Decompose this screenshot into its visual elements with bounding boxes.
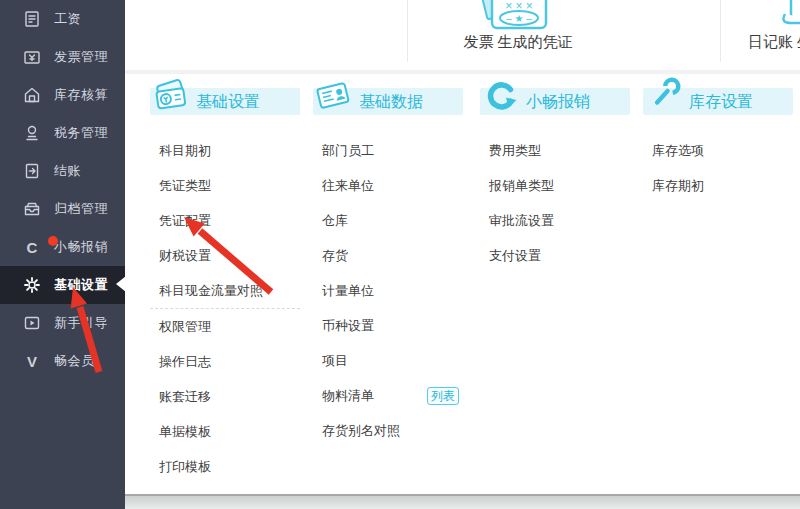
sidebar-item-label: 工资 xyxy=(54,10,81,28)
sidebar-item-tax-mgmt[interactable]: 税务管理 xyxy=(0,114,125,152)
menu-item-list: 科目期初 凭证类型 凭证配置 财税设置 科目现金流量对照 权限管理 操作日志 账… xyxy=(150,133,300,484)
sidebar-item-label: 税务管理 xyxy=(54,124,108,142)
sidebar-item-beginner-guide[interactable]: 新手引导 xyxy=(0,304,125,342)
menu-column-reimburse: 小畅报销 费用类型 报销单类型 审批流设置 支付设置 xyxy=(480,88,630,115)
sidebar-item-label: 基础设置 xyxy=(54,276,108,294)
salary-doc-icon xyxy=(22,10,42,28)
menu-item[interactable]: 科目期初 xyxy=(150,133,300,168)
menu-column-basic-data: 基础数据 部门员工 往来单位 仓库 存货 计量单位 币种设置 项目 物料清单 列… xyxy=(313,88,463,115)
menu-item-list: 库存选项 库存期初 xyxy=(643,133,793,203)
sidebar-item-salary[interactable]: 工资 xyxy=(0,0,125,38)
card-label: 日记账 生成的凭证 xyxy=(748,33,800,52)
menu-item[interactable]: 操作日志 xyxy=(150,344,300,379)
menu-item[interactable]: 单据模板 xyxy=(150,414,300,449)
sidebar-item-label: 小畅报销 xyxy=(54,238,108,256)
menu-item[interactable]: 费用类型 xyxy=(480,133,630,168)
sidebar-item-label: 结账 xyxy=(54,162,81,180)
card-invoice-voucher[interactable]: × × × – ★ – 发票 生成的凭证 xyxy=(407,0,629,52)
menu-item[interactable]: 凭证类型 xyxy=(150,168,300,203)
column-header-label: 基础数据 xyxy=(359,88,423,115)
journal-voucher-icon xyxy=(775,0,800,30)
column-header: 基础设置 xyxy=(150,88,300,115)
reimburse-c-icon: C xyxy=(22,238,42,256)
sidebar-item-label: 发票管理 xyxy=(54,48,108,66)
column-header-label: 小畅报销 xyxy=(526,88,590,115)
cards-row: × × × – ★ – 发票 生成的凭证 日记账 生成的凭证 xyxy=(125,0,800,71)
warehouse-icon xyxy=(22,86,42,104)
menu-item-voucher-config[interactable]: 凭证配置 xyxy=(150,203,300,238)
menu-item[interactable]: 支付设置 xyxy=(480,238,630,273)
sidebar-item-inventory-accounting[interactable]: 库存核算 xyxy=(0,76,125,114)
sidebar-item-member[interactable]: V 畅会员 xyxy=(0,342,125,380)
menu-item[interactable]: 财税设置 xyxy=(150,238,300,273)
menu-item[interactable]: 科目现金流量对照 xyxy=(150,273,300,308)
menu-item-bom[interactable]: 物料清单 列表 xyxy=(313,378,463,413)
notification-dot xyxy=(48,236,58,246)
gear-icon xyxy=(22,276,42,294)
column-header: 基础数据 xyxy=(313,88,463,115)
card-journal-voucher[interactable]: 日记账 生成的凭证 xyxy=(720,0,800,52)
sidebar-item-archive-mgmt[interactable]: 归档管理 xyxy=(0,190,125,228)
menu-item-list: 部门员工 往来单位 仓库 存货 计量单位 币种设置 项目 物料清单 列表 存货别… xyxy=(313,133,463,448)
invoice-voucher-icon: × × × – ★ – xyxy=(476,0,560,30)
sidebar-item-closing[interactable]: 结账 xyxy=(0,152,125,190)
closing-account-icon xyxy=(22,162,42,180)
mega-menu-panel: 基础设置 科目期初 凭证类型 凭证配置 财税设置 科目现金流量对照 权限管理 操… xyxy=(125,70,800,494)
column-header-label: 库存设置 xyxy=(689,88,753,115)
app-root: { "sidebar": { "items": [ {"label":"工资",… xyxy=(0,0,800,509)
sidebar-item-label: 归档管理 xyxy=(54,200,108,218)
sidebar-item-label: 畅会员 xyxy=(54,352,95,370)
column-header: 库存设置 xyxy=(643,88,793,115)
menu-item[interactable]: 计量单位 xyxy=(313,273,463,308)
menu-item[interactable]: 仓库 xyxy=(313,203,463,238)
sidebar-item-reimburse[interactable]: C 小畅报销 xyxy=(0,228,125,266)
invoice-icon xyxy=(22,48,42,66)
menu-item[interactable]: 打印模板 xyxy=(150,449,300,484)
svg-text:– ★ –: – ★ – xyxy=(506,13,532,24)
sidebar-item-basic-settings[interactable]: 基础设置 xyxy=(0,266,125,304)
menu-column-basic-settings: 基础设置 科目期初 凭证类型 凭证配置 财税设置 科目现金流量对照 权限管理 操… xyxy=(150,88,300,115)
menu-item[interactable]: 币种设置 xyxy=(313,308,463,343)
menu-column-inventory-settings: 库存设置 库存选项 库存期初 xyxy=(643,88,793,115)
reimburse-circle-icon xyxy=(480,76,520,116)
menu-item[interactable]: 审批流设置 xyxy=(480,203,630,238)
card-label: 发票 生成的凭证 xyxy=(463,33,572,52)
menu-item[interactable]: 存货 xyxy=(313,238,463,273)
sidebar-item-label: 新手引导 xyxy=(54,314,108,332)
menu-item[interactable]: 往来单位 xyxy=(313,168,463,203)
settings-card-icon xyxy=(150,76,190,116)
member-v-icon: V xyxy=(22,352,42,370)
menu-item[interactable]: 部门员工 xyxy=(313,133,463,168)
column-header-label: 基础设置 xyxy=(196,88,260,115)
list-badge[interactable]: 列表 xyxy=(427,387,459,405)
menu-item-list: 费用类型 报销单类型 审批流设置 支付设置 xyxy=(480,133,630,273)
sidebar-item-label: 库存核算 xyxy=(54,86,108,104)
menu-item[interactable]: 账套迁移 xyxy=(150,379,300,414)
column-header: 小畅报销 xyxy=(480,88,630,115)
archive-box-icon xyxy=(22,200,42,218)
data-card-icon xyxy=(313,76,353,116)
panel-top-gap xyxy=(125,70,800,74)
tax-stamp-icon xyxy=(22,124,42,142)
menu-item[interactable]: 库存选项 xyxy=(643,133,793,168)
sidebar: 工资 发票管理 库存核算 税务管理 结账 归档管理 C 小畅报销 xyxy=(0,0,125,509)
guide-video-icon xyxy=(22,314,42,332)
sidebar-item-invoice-mgmt[interactable]: 发票管理 xyxy=(0,38,125,76)
menu-item[interactable]: 权限管理 xyxy=(150,308,300,344)
menu-item[interactable]: 报销单类型 xyxy=(480,168,630,203)
inventory-tools-icon xyxy=(643,76,683,116)
active-item-notch xyxy=(116,276,126,292)
menu-item[interactable]: 项目 xyxy=(313,343,463,378)
bottom-scroll-strip xyxy=(125,494,800,509)
menu-item[interactable]: 库存期初 xyxy=(643,168,793,203)
menu-item[interactable]: 存货别名对照 xyxy=(313,413,463,448)
